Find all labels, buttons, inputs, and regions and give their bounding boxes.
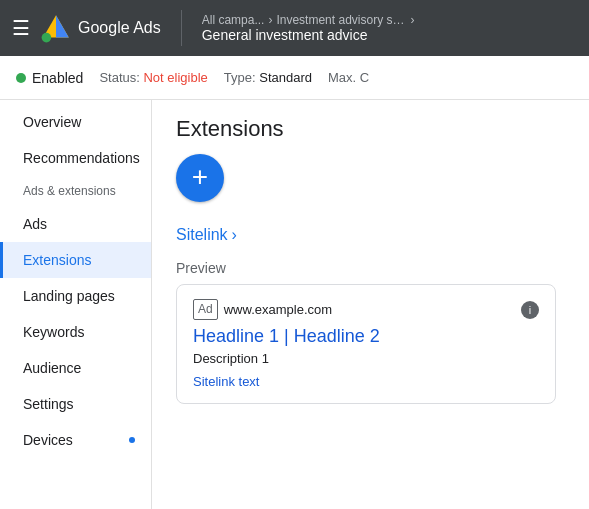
sidebar: Overview Recommendations Ads & extension… bbox=[0, 100, 152, 509]
status-label: Status: bbox=[99, 70, 139, 85]
sidebar-item-settings[interactable]: Settings bbox=[0, 386, 151, 422]
sidebar-item-ads[interactable]: Ads bbox=[0, 206, 151, 242]
top-bar-left: ☰ Google Ads bbox=[12, 12, 161, 44]
add-extension-button[interactable]: + bbox=[176, 154, 224, 202]
max-field: Max. C bbox=[328, 70, 369, 85]
status-bar: Enabled Status: Not eligible Type: Stand… bbox=[0, 56, 589, 100]
ad-description: Description 1 bbox=[193, 351, 539, 366]
topbar-divider bbox=[181, 10, 182, 46]
status-field: Status: Not eligible bbox=[99, 70, 207, 85]
ad-badge: Ad bbox=[193, 299, 218, 320]
google-ads-logo-icon bbox=[40, 12, 72, 44]
campaign-status-enabled: Enabled bbox=[16, 70, 83, 86]
type-field: Type: Standard bbox=[224, 70, 312, 85]
sidebar-item-devices[interactable]: Devices bbox=[0, 422, 151, 458]
sidebar-item-keywords[interactable]: Keywords bbox=[0, 314, 151, 350]
sitelink-row: Sitelink › bbox=[152, 218, 589, 252]
type-label: Type: bbox=[224, 70, 256, 85]
enabled-label: Enabled bbox=[32, 70, 83, 86]
ad-url: www.example.com bbox=[224, 302, 332, 317]
breadcrumb: All campa... › Investment advisory se...… bbox=[202, 13, 415, 43]
ad-preview-card: Ad www.example.com i Headline 1 | Headli… bbox=[176, 284, 556, 404]
svg-point-2 bbox=[42, 33, 52, 43]
breadcrumb-level1[interactable]: All campa... bbox=[202, 13, 265, 27]
ad-headline[interactable]: Headline 1 | Headline 2 bbox=[193, 326, 539, 347]
sidebar-item-audience[interactable]: Audience bbox=[0, 350, 151, 386]
preview-card-top: Ad www.example.com i bbox=[193, 299, 539, 320]
status-value: Not eligible bbox=[143, 70, 207, 85]
sidebar-item-extensions[interactable]: Extensions bbox=[0, 242, 151, 278]
ad-sitelink-text[interactable]: Sitelink text bbox=[193, 374, 539, 389]
sidebar-item-ads-extensions[interactable]: Ads & extensions bbox=[0, 176, 151, 206]
app-name-label: Google Ads bbox=[78, 19, 161, 37]
info-icon[interactable]: i bbox=[521, 301, 539, 319]
page-title: Extensions bbox=[176, 116, 565, 142]
svg-marker-1 bbox=[56, 15, 69, 37]
preview-label: Preview bbox=[176, 260, 565, 276]
google-ads-logo: Google Ads bbox=[40, 12, 161, 44]
top-navigation-bar: ☰ Google Ads All campa... › Investment a… bbox=[0, 0, 589, 56]
content-header: Extensions bbox=[152, 100, 589, 154]
breadcrumb-current-title: General investment advice bbox=[202, 27, 415, 43]
type-value: Standard bbox=[259, 70, 312, 85]
sidebar-item-landing-pages[interactable]: Landing pages bbox=[0, 278, 151, 314]
ad-label-row: Ad www.example.com bbox=[193, 299, 332, 320]
breadcrumb-chevron1: › bbox=[268, 13, 272, 27]
sitelink-label[interactable]: Sitelink bbox=[176, 226, 228, 244]
sitelink-chevron-icon: › bbox=[232, 226, 237, 244]
breadcrumb-top-row: All campa... › Investment advisory se...… bbox=[202, 13, 415, 27]
breadcrumb-level2[interactable]: Investment advisory se... bbox=[276, 13, 406, 27]
sidebar-item-recommendations[interactable]: Recommendations bbox=[0, 140, 151, 176]
devices-indicator-dot bbox=[129, 437, 135, 443]
main-layout: Overview Recommendations Ads & extension… bbox=[0, 100, 589, 509]
sidebar-item-overview[interactable]: Overview bbox=[0, 104, 151, 140]
preview-section: Preview Ad www.example.com i Headline 1 … bbox=[152, 252, 589, 420]
hamburger-menu-icon[interactable]: ☰ bbox=[12, 16, 30, 40]
status-green-dot bbox=[16, 73, 26, 83]
max-label: Max. C bbox=[328, 70, 369, 85]
breadcrumb-chevron2: › bbox=[410, 13, 414, 27]
add-icon: + bbox=[192, 163, 208, 191]
content-area: Extensions + Sitelink › Preview Ad www.e… bbox=[152, 100, 589, 509]
